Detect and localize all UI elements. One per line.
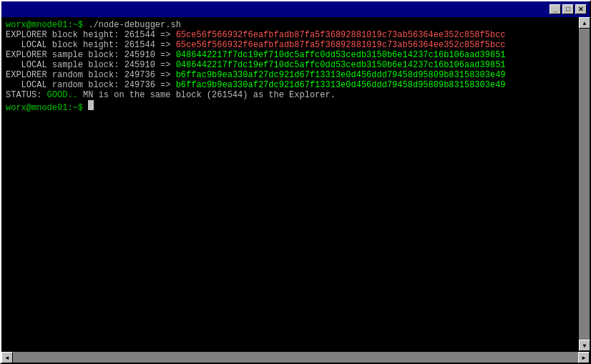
- terminal-line: EXPLORER random block: 249736 => b6ffac9…: [6, 70, 574, 80]
- terminal-text: =>: [155, 80, 176, 90]
- terminal-text: 245910: [124, 50, 155, 60]
- terminal-text: 245910: [124, 60, 155, 70]
- bottom-scrollbar: ◄ ►: [1, 351, 590, 363]
- terminal-text: 261544: [124, 40, 155, 50]
- terminal-text: =>: [155, 30, 176, 40]
- terminal-line: EXPLORER block height: 261544 => 65ce56f…: [6, 30, 574, 40]
- terminal-text: b6ffac9b9ea330af27dc921d67f13313e0d456dd…: [176, 70, 506, 80]
- terminal-text: =>: [155, 40, 176, 50]
- terminal-text: 65ce56f566932f6eafbfadb87fa5f36892881019…: [176, 40, 506, 50]
- terminal-window: _ □ ✕ worx@mnode01:~$ ./node-debugger.sh…: [0, 0, 591, 364]
- scrollbar[interactable]: ▲ ▼: [578, 17, 590, 351]
- terminal-body: worx@mnode01:~$ ./node-debugger.shEXPLOR…: [1, 17, 590, 351]
- terminal-text: LOCAL random block:: [6, 80, 124, 90]
- terminal-text: 0486442217f7dc19ef710dc5affc0dd53cedb315…: [176, 50, 506, 60]
- scroll-down-button[interactable]: ▼: [579, 340, 590, 351]
- terminal-line: LOCAL block height: 261544 => 65ce56f566…: [6, 40, 574, 50]
- terminal-text: 261544: [212, 90, 243, 100]
- minimize-button[interactable]: _: [550, 4, 561, 14]
- terminal-text: ./node-debugger.sh: [88, 20, 181, 30]
- terminal-line: LOCAL random block: 249736 => b6ffac9b9e…: [6, 80, 574, 90]
- terminal-text: EXPLORER block height:: [6, 30, 124, 40]
- terminal-line: STATUS: GOOD.. MN is on the same block (…: [6, 90, 574, 100]
- terminal-cursor: [88, 100, 94, 110]
- terminal-text: =>: [155, 60, 176, 70]
- terminal-text: EXPLORER sample block:: [6, 50, 124, 60]
- titlebar-buttons: _ □ ✕: [550, 4, 587, 14]
- close-button[interactable]: ✕: [575, 4, 587, 14]
- terminal-line: worx@mnode01:~$ ./node-debugger.sh: [6, 20, 574, 30]
- terminal-text: MN is on the same block (: [78, 90, 212, 100]
- terminal-text: 249736: [124, 70, 155, 80]
- terminal-line: worx@mnode01:~$: [6, 100, 574, 113]
- terminal-line: EXPLORER sample block: 245910 => 0486442…: [6, 50, 574, 60]
- terminal-text: 65ce56f566932f6eafbfadb87fa5f36892881019…: [176, 30, 506, 40]
- scroll-up-button[interactable]: ▲: [579, 17, 590, 29]
- terminal-text: =>: [155, 50, 176, 60]
- terminal-content[interactable]: worx@mnode01:~$ ./node-debugger.shEXPLOR…: [1, 17, 578, 351]
- terminal-text: worx@mnode01:~$: [6, 103, 88, 113]
- terminal-text: =>: [155, 70, 176, 80]
- terminal-text: worx@mnode01:~$: [6, 20, 88, 30]
- terminal-text: ) as the Explorer.: [243, 90, 336, 100]
- bottom-scroll-track: [13, 352, 578, 363]
- terminal-line: LOCAL sample block: 245910 => 0486442217…: [6, 60, 574, 70]
- terminal-text: 249736: [124, 80, 155, 90]
- scroll-track[interactable]: [579, 29, 590, 340]
- terminal-text: b6ffac9b9ea330af27dc921d67f13313e0d456dd…: [176, 80, 506, 90]
- terminal-text: STATUS:: [6, 90, 47, 100]
- terminal-text: GOOD..: [47, 90, 78, 100]
- scroll-left-button[interactable]: ◄: [1, 352, 13, 363]
- titlebar: _ □ ✕: [1, 1, 590, 17]
- terminal-text: LOCAL block height:: [6, 40, 124, 50]
- terminal-text: LOCAL sample block:: [6, 60, 124, 70]
- terminal-text: EXPLORER random block:: [6, 70, 124, 80]
- terminal-text: 0486442217f7dc19ef710dc5affc0dd53cedb315…: [176, 60, 506, 70]
- terminal-text: 261544: [124, 30, 155, 40]
- maximize-button[interactable]: □: [562, 4, 574, 14]
- scroll-right-button[interactable]: ►: [578, 352, 590, 363]
